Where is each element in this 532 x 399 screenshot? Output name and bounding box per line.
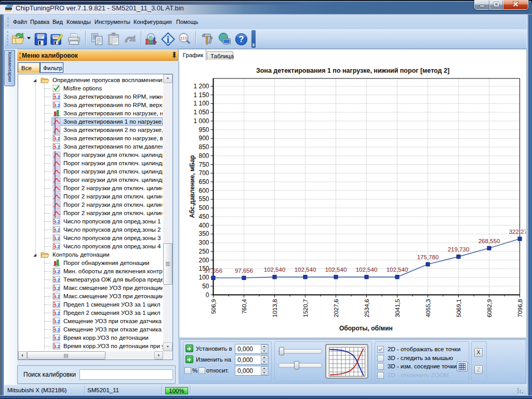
svg-text:1013,8: 1013,8 bbox=[272, 299, 278, 317]
svg-text:2534,6: 2534,6 bbox=[364, 299, 370, 317]
svg-text:I.2: I.2 bbox=[55, 294, 60, 299]
svg-text:5069,1: 5069,1 bbox=[456, 299, 462, 317]
svg-text:I.2: I.2 bbox=[55, 136, 60, 141]
svg-text:50: 50 bbox=[202, 283, 209, 290]
svg-text:1 050: 1 050 bbox=[193, 109, 209, 116]
svg-text:2027,6: 2027,6 bbox=[333, 299, 339, 317]
svg-text:1 150: 1 150 bbox=[193, 91, 209, 99]
svg-text:350: 350 bbox=[198, 230, 209, 237]
svg-text:97,656: 97,656 bbox=[235, 268, 253, 274]
svg-text:200: 200 bbox=[198, 257, 209, 264]
svg-text:700: 700 bbox=[198, 169, 209, 177]
svg-text:102,540: 102,540 bbox=[264, 267, 286, 273]
svg-text:1 200: 1 200 bbox=[193, 83, 209, 90]
svg-text:650: 650 bbox=[198, 178, 209, 185]
svg-text:800: 800 bbox=[198, 152, 209, 159]
svg-text:900: 900 bbox=[198, 135, 209, 142]
svg-text:550: 550 bbox=[198, 195, 209, 203]
svg-text:400: 400 bbox=[198, 222, 209, 229]
svg-text:760,4: 760,4 bbox=[241, 299, 247, 314]
svg-text:97,656: 97,656 bbox=[204, 268, 222, 274]
svg-text:322,270: 322,270 bbox=[509, 229, 526, 235]
svg-text:110: 110 bbox=[180, 35, 187, 40]
svg-text:I.2: I.2 bbox=[55, 344, 60, 349]
svg-text:3041,5: 3041,5 bbox=[394, 299, 401, 317]
svg-text:I.2: I.2 bbox=[55, 277, 60, 283]
svg-text:850: 850 bbox=[198, 143, 209, 151]
svg-text:I.2: I.2 bbox=[55, 244, 60, 249]
svg-text:4055,3: 4055,3 bbox=[425, 299, 431, 317]
svg-text:102,540: 102,540 bbox=[325, 267, 347, 273]
svg-text:102,540: 102,540 bbox=[387, 267, 408, 273]
svg-text:102,540: 102,540 bbox=[356, 267, 378, 273]
svg-text:I.2: I.2 bbox=[55, 228, 60, 233]
svg-text:1 000: 1 000 bbox=[193, 117, 209, 125]
svg-text:I.2: I.2 bbox=[55, 302, 60, 308]
svg-text:0: 0 bbox=[206, 291, 209, 299]
svg-text:450: 450 bbox=[198, 213, 209, 220]
svg-text:300: 300 bbox=[198, 239, 209, 246]
svg-text:I.2: I.2 bbox=[55, 144, 60, 150]
svg-text:I.2: I.2 bbox=[55, 219, 60, 224]
svg-text:I.2: I.2 bbox=[55, 103, 60, 108]
svg-text:I.2: I.2 bbox=[55, 236, 60, 241]
svg-text:100: 100 bbox=[198, 274, 209, 281]
svg-text:6082,9: 6082,9 bbox=[486, 299, 493, 317]
svg-text:175,780: 175,780 bbox=[417, 254, 439, 260]
svg-text:950: 950 bbox=[198, 126, 209, 134]
svg-text:I.2: I.2 bbox=[55, 269, 60, 274]
svg-text:268,550: 268,550 bbox=[478, 238, 500, 244]
svg-text:600: 600 bbox=[198, 187, 209, 194]
svg-text:750: 750 bbox=[198, 161, 209, 168]
svg-text:I.2: I.2 bbox=[55, 95, 60, 100]
svg-text:1 100: 1 100 bbox=[193, 100, 209, 107]
svg-text:7096,8: 7096,8 bbox=[517, 299, 523, 317]
svg-text:?: ? bbox=[239, 35, 244, 44]
svg-text:102,540: 102,540 bbox=[295, 267, 316, 273]
svg-text:I.2: I.2 bbox=[55, 327, 60, 332]
svg-text:250: 250 bbox=[198, 248, 209, 255]
svg-text:1520,7: 1520,7 bbox=[302, 299, 309, 317]
svg-text:500: 500 bbox=[198, 204, 209, 211]
svg-text:506,9: 506,9 bbox=[210, 299, 217, 314]
svg-text:I.2: I.2 bbox=[55, 311, 60, 316]
svg-text:219,730: 219,730 bbox=[448, 246, 470, 252]
svg-text:I.2: I.2 bbox=[55, 336, 60, 341]
svg-text:I.2: I.2 bbox=[55, 286, 60, 291]
svg-text:I.2: I.2 bbox=[55, 319, 60, 324]
